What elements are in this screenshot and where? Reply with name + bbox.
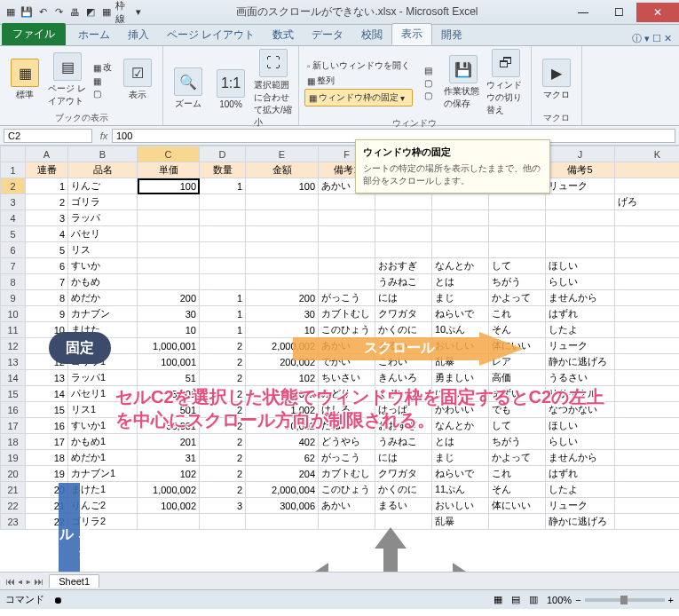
cell[interactable]: 1 [200, 306, 246, 322]
view-normal-button[interactable]: ▦標準 [5, 59, 44, 101]
row-header[interactable]: 15 [1, 386, 26, 402]
maximize-button[interactable]: ☐ [601, 3, 636, 22]
cell[interactable]: 13 [26, 370, 68, 386]
cell[interactable]: 200 [138, 290, 200, 306]
cell[interactable]: 2 [200, 370, 246, 386]
cell[interactable]: 10,002 [246, 386, 319, 402]
cell[interactable]: くさい [375, 386, 432, 402]
tab-data[interactable]: データ [303, 25, 352, 45]
help-icon[interactable]: ⓘ ▾ ☐ ✕ [632, 32, 679, 45]
row-header[interactable]: 18 [1, 434, 26, 450]
cell[interactable] [615, 210, 680, 226]
sheet-tab[interactable]: Sheet1 [49, 574, 99, 588]
zoom-selection-button[interactable]: ⛶選択範囲に合わせて拡大/縮小 [254, 49, 293, 129]
cell[interactable]: したよ [546, 322, 615, 338]
cell[interactable]: 102 [246, 370, 319, 386]
view-show-button[interactable]: ☑表示 [118, 59, 157, 101]
cell[interactable]: 30 [246, 306, 319, 322]
cell[interactable]: とは [432, 274, 489, 290]
tab-pagelayout[interactable]: ページ レイアウト [158, 25, 264, 45]
cell[interactable] [615, 466, 680, 482]
cell[interactable]: 300,006 [246, 498, 319, 514]
cell[interactable]: にがい [432, 386, 489, 402]
cell[interactable] [319, 242, 375, 258]
col-header[interactable]: K [615, 146, 680, 162]
cell[interactable]: 3 [200, 498, 246, 514]
tab-review[interactable]: 校閲 [352, 25, 391, 45]
cell[interactable]: ほしい [546, 258, 615, 274]
cell[interactable] [615, 178, 680, 194]
cell[interactable]: あかい [319, 498, 375, 514]
cell[interactable]: リューク [546, 498, 615, 514]
cell[interactable]: 100,001 [138, 354, 200, 370]
zoom-out-icon[interactable]: − [575, 595, 580, 605]
cell[interactable]: きんいろ [375, 370, 432, 386]
cell[interactable]: めだか [68, 290, 138, 306]
qat-item[interactable]: ◩ [83, 5, 98, 20]
cell[interactable] [246, 514, 319, 530]
cell[interactable]: まじ [432, 450, 489, 466]
cell[interactable]: して [489, 258, 546, 274]
qat-item[interactable]: ▦ [99, 5, 114, 20]
cell[interactable]: 10 [138, 322, 200, 338]
cell[interactable]: 勇ましい [432, 370, 489, 386]
cell[interactable]: 18 [26, 450, 68, 466]
tab-file[interactable]: ファイル [2, 23, 66, 45]
unhide-button[interactable]: ▢ [422, 90, 435, 101]
cell[interactable] [200, 242, 246, 258]
cell[interactable]: めだか1 [68, 450, 138, 466]
view-custom-button[interactable]: ▦ [91, 75, 114, 87]
cell[interactable]: そん [489, 322, 546, 338]
cell[interactable]: とは [432, 434, 489, 450]
cell[interactable]: ほしい [546, 418, 615, 434]
header-cell[interactable]: 数量 [200, 162, 246, 178]
cell[interactable]: 20 [26, 482, 68, 498]
cell[interactable]: かわいい [432, 402, 489, 418]
cell[interactable]: 2 [200, 402, 246, 418]
cell[interactable]: 12 [26, 354, 68, 370]
cell[interactable] [138, 514, 200, 530]
cell[interactable]: なんとか [432, 418, 489, 434]
cell[interactable] [615, 306, 680, 322]
row-header[interactable]: 20 [1, 466, 26, 482]
cell[interactable]: カブトむし [319, 306, 375, 322]
cell[interactable]: カナブン1 [68, 466, 138, 482]
cell[interactable] [489, 242, 546, 258]
cell[interactable]: かくのに [375, 482, 432, 498]
cell[interactable]: 51 [138, 370, 200, 386]
cell[interactable]: カナブン [68, 306, 138, 322]
cell[interactable] [246, 242, 319, 258]
redo-icon[interactable]: ↷ [51, 5, 66, 20]
cell[interactable] [138, 242, 200, 258]
cell[interactable]: リス1 [68, 402, 138, 418]
cell[interactable]: ラッパ1 [68, 370, 138, 386]
cell[interactable]: かもめ1 [68, 434, 138, 450]
macro-record-icon[interactable]: ⏺ [53, 595, 63, 605]
cell[interactable] [319, 226, 375, 242]
cell[interactable] [246, 226, 319, 242]
cell[interactable]: 体にいい [489, 498, 546, 514]
row-header[interactable]: 11 [1, 322, 26, 338]
cell[interactable]: 2,000,002 [246, 338, 319, 354]
cell[interactable] [319, 258, 375, 274]
row-header[interactable]: 4 [1, 210, 26, 226]
cell[interactable]: かくのに [375, 322, 432, 338]
cell[interactable]: はずれ [546, 466, 615, 482]
cell[interactable]: はずれ [546, 306, 615, 322]
row-header[interactable]: 2 [1, 178, 26, 194]
cell[interactable] [200, 258, 246, 274]
cell[interactable]: 6 [26, 258, 68, 274]
cell[interactable]: 5,001 [138, 386, 200, 402]
cell[interactable]: 2 [200, 450, 246, 466]
cell[interactable]: 35,001 [138, 418, 200, 434]
cell[interactable] [200, 210, 246, 226]
cell[interactable]: おおすぎ [375, 258, 432, 274]
cell[interactable] [615, 402, 680, 418]
cell[interactable] [138, 210, 200, 226]
cell[interactable]: 4 [26, 226, 68, 242]
cell[interactable]: 1 [200, 178, 246, 194]
cell[interactable] [319, 274, 375, 290]
cell[interactable]: 100 [246, 178, 319, 194]
cell[interactable] [615, 418, 680, 434]
cell[interactable]: レア [489, 354, 546, 370]
